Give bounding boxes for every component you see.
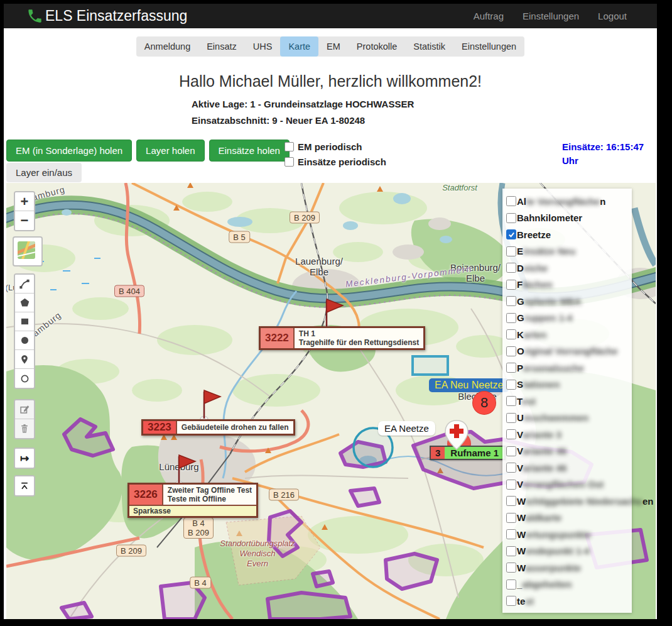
tab-statistik[interactable]: Statistik [405, 36, 453, 57]
tab-protokolle[interactable]: Protokolle [349, 36, 405, 57]
layer-checkbox[interactable] [506, 513, 516, 523]
nav-link-auftrag[interactable]: Auftrag [474, 11, 504, 21]
layer-checkbox[interactable] [506, 463, 516, 473]
layers-control[interactable] [13, 236, 43, 266]
layer-checkbox[interactable] [506, 446, 516, 456]
incident-text: TH 1Tragehilfe für den Rettungsdienst [295, 328, 423, 348]
draw-marker-button[interactable] [15, 350, 34, 369]
layer-checkbox[interactable] [506, 263, 516, 273]
layer-label-redacted-part: ariante 46 [523, 446, 566, 456]
drawn-rectangle[interactable] [413, 356, 448, 375]
draw-circle-button[interactable] [15, 331, 34, 350]
road-shield: B 404 [114, 285, 144, 297]
ea-label-neetze[interactable]: EA Neetze [378, 421, 435, 436]
delete-layers-button[interactable] [15, 419, 34, 438]
layer-checkbox[interactable] [506, 363, 516, 373]
incident-label-3222[interactable]: 3222TH 1Tragehilfe für den Rettungsdiens… [259, 326, 425, 350]
incident-flag-marker[interactable] [197, 387, 224, 424]
layer-checkbox[interactable] [506, 496, 516, 506]
layer-row: Waldkarte [506, 510, 632, 527]
layer-label-visible-part: V [517, 463, 523, 473]
layer-label-visible-part: P [517, 363, 523, 373]
layer-checkbox[interactable] [506, 413, 516, 423]
draw-rectangle-button[interactable] [15, 312, 34, 331]
layer-checkbox[interactable] [506, 280, 516, 290]
incident-number: 3222 [261, 328, 295, 348]
em-periodisch-checkbox[interactable] [285, 142, 294, 151]
layer-row: Alte Vorrangflächen [506, 193, 632, 210]
tab-anmeldung[interactable]: Anmeldung [136, 36, 198, 57]
layer-checkbox[interactable] [506, 596, 516, 606]
layer-checkbox[interactable] [506, 563, 516, 573]
incident-line: Zweiter Tag Offline Test [168, 486, 252, 495]
layer-label: Original Vorrangfläche [517, 346, 618, 356]
em-holen-button[interactable]: EM (in Sonderlage) holen [6, 140, 132, 162]
layer-checkbox[interactable] [506, 546, 516, 556]
incident-text: Gebäudeteile drohen zu fallen [177, 421, 293, 434]
tab-bar-wrap: AnmeldungEinsatzUHSKarteEMProtokolleStat… [4, 36, 657, 57]
edit-layers-button[interactable] [15, 400, 34, 419]
tab-karte[interactable]: Karte [280, 36, 318, 57]
layer-label: Umschwemmen [517, 412, 588, 423]
layer-checkbox[interactable] [506, 229, 516, 239]
incident-label-3226[interactable]: 3226Zweiter Tag Offline TestTeste mit Of… [127, 483, 258, 518]
layer-checkbox[interactable] [506, 380, 516, 390]
default-extent-button[interactable] [15, 476, 34, 495]
layer-checkbox[interactable] [506, 296, 516, 306]
layer-toggle-button[interactable]: Layer ein/aus [6, 163, 82, 182]
zoom-out-button[interactable]: − [15, 211, 34, 230]
layer-holen-button[interactable]: Layer holen [136, 140, 204, 162]
map-layers-panel: Alte VorrangflächenBahnkilometerBreetzeE… [502, 189, 632, 613]
draw-polyline-button[interactable] [15, 275, 34, 294]
medical-pin-marker[interactable] [442, 419, 471, 453]
zoom-in-button[interactable]: + [15, 192, 34, 211]
layer-label-redacted-part: aldkarte [526, 512, 562, 523]
layer-row: Wichtiggebiete Niedersachsen [506, 493, 632, 510]
layer-checkbox[interactable] [506, 579, 516, 590]
layer-checkbox[interactable] [506, 429, 516, 439]
layer-row: Deiche [506, 260, 632, 277]
layer-label-visible-part: E [517, 246, 523, 256]
incident-label-3223[interactable]: 3223Gebäudeteile drohen zu fallen [141, 419, 295, 436]
draw-circlemarker-button[interactable] [15, 369, 34, 388]
layer-checkbox[interactable] [506, 529, 516, 539]
tab-em[interactable]: EM [318, 36, 349, 57]
app-page: ELS Einsatzerfassung AuftragEinstellunge… [4, 4, 657, 619]
layer-checkbox[interactable] [506, 480, 516, 490]
ea-label-neu-neetze[interactable]: EA Neu Neetze [429, 378, 509, 392]
cluster-marker[interactable]: 8 [472, 391, 496, 415]
active-lage-text: Aktive Lage: 1 - Grundeinsatzlage HOCHWA… [192, 96, 657, 113]
incident-text: Zweiter Tag Offline TestTeste mit Offlin… [163, 485, 256, 505]
polygon-icon [19, 297, 30, 308]
tab-uhs[interactable]: UHS [245, 36, 281, 57]
app-header: ELS Einsatzerfassung AuftragEinstellunge… [4, 4, 657, 28]
layer-checkbox[interactable] [506, 246, 516, 256]
tab-einsatz[interactable]: Einsatz [198, 36, 245, 57]
nav-link-logout[interactable]: Logout [598, 11, 627, 21]
layer-checkbox[interactable] [506, 346, 516, 356]
draw-polygon-button[interactable] [15, 294, 34, 312]
layer-checkbox[interactable] [506, 313, 516, 323]
layer-label-visible-part: W [517, 496, 526, 507]
layer-label-redacted-part: eiche [524, 263, 548, 273]
layer-checkbox[interactable] [506, 329, 516, 339]
layer-checkbox[interactable] [506, 196, 516, 206]
layer-checkbox[interactable] [506, 396, 516, 406]
layer-row: Umschwemmen [506, 410, 632, 427]
einsaetze-periodisch-checkbox[interactable] [285, 157, 294, 167]
measure-button[interactable]: ↦ [15, 449, 34, 468]
layer-label: Geplante MBA [517, 296, 582, 307]
layer-label-redacted-part: ersonalsuche [523, 363, 584, 373]
polyline-icon [19, 278, 30, 290]
tab-einstellungen[interactable]: Einstellungen [453, 36, 524, 57]
einsaetze-holen-button[interactable]: Einsätze holen [209, 140, 290, 162]
welcome-heading: Hallo Michael Müller, herzlich willkomme… [4, 72, 657, 91]
layer-checkbox[interactable] [506, 213, 516, 223]
layer-row: Variante 46 [506, 443, 632, 460]
app-title: ELS Einsatzerfassung [45, 8, 187, 25]
einsaetze-periodisch-label: Einsätze periodisch [298, 156, 386, 167]
layer-label-visible-part: W [517, 546, 526, 556]
map[interactable]: HamburgHamburg(LuLauenburg/ ElbeBoizenbu… [6, 183, 656, 619]
nav-link-einstellungen[interactable]: Einstellungen [523, 11, 579, 21]
road-shield: B 4 [190, 577, 211, 589]
